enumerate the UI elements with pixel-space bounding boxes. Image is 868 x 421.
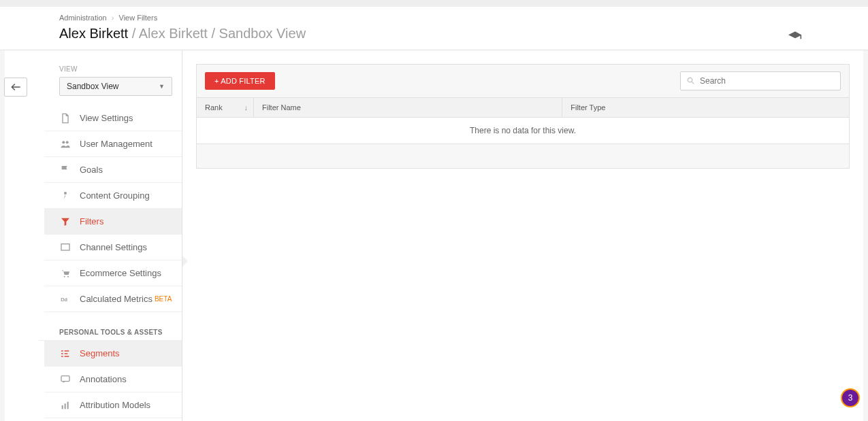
users-icon: [59, 139, 71, 150]
notification-badge[interactable]: 3: [841, 388, 860, 407]
svg-point-5: [67, 275, 69, 277]
breadcrumb-current: View Filters: [119, 14, 158, 22]
col-filter-name[interactable]: Filter Name: [254, 98, 562, 118]
nav-label: User Management: [80, 139, 152, 149]
education-icon[interactable]: [788, 31, 802, 43]
nav-item-view-settings[interactable]: View Settings: [44, 105, 182, 131]
chevron-down-icon: ▼: [159, 83, 165, 90]
nav-item-user-management[interactable]: User Management: [44, 131, 182, 157]
nav-label: Annotations: [80, 374, 127, 384]
empty-state-message: There is no data for this view.: [197, 118, 850, 144]
search-input[interactable]: [700, 76, 835, 86]
svg-point-2: [64, 192, 67, 195]
search-icon: [686, 76, 696, 86]
sidebar: VIEW Sandbox View ▼ View SettingsUser Ma…: [5, 50, 182, 421]
nav-item-ecommerce-settings[interactable]: Ecommerce Settings: [44, 260, 182, 286]
beta-tag: BETA: [155, 295, 172, 303]
svg-text:Dd: Dd: [61, 296, 67, 302]
channel-icon: [59, 242, 71, 253]
personal-tools-heading: PERSONAL TOOLS & ASSETS: [39, 312, 182, 341]
nav-item-goals[interactable]: Goals: [44, 157, 182, 183]
nav-label: Content Grouping: [80, 190, 150, 201]
tool-item-attribution-models[interactable]: Attribution Models: [44, 392, 182, 418]
svg-point-4: [64, 275, 65, 277]
nav-item-channel-settings[interactable]: Channel Settings: [44, 235, 182, 260]
nav-label: Ecommerce Settings: [80, 268, 161, 278]
breadcrumb-root[interactable]: Administration: [59, 14, 107, 22]
collapse-sidebar-button[interactable]: [4, 78, 27, 97]
svg-rect-7: [61, 375, 69, 381]
nav-label: Calculated Metrics: [80, 294, 152, 304]
svg-rect-3: [61, 243, 69, 250]
nav-label: Goals: [80, 165, 103, 175]
svg-rect-9: [65, 403, 66, 409]
tool-item-annotations[interactable]: Annotations: [44, 367, 182, 392]
view-selector[interactable]: Sandbox View ▼: [59, 77, 172, 96]
nav-item-calculated-metrics[interactable]: DdCalculated Metrics BETA: [44, 286, 182, 312]
col-filter-type[interactable]: Filter Type: [562, 98, 850, 118]
nav-label: Segments: [80, 348, 120, 358]
dd-icon: Dd: [59, 294, 71, 305]
funnel-icon: [59, 216, 71, 227]
add-filter-button[interactable]: + ADD FILTER: [205, 72, 275, 90]
col-rank[interactable]: Rank↓: [197, 98, 254, 118]
flag-icon: [59, 165, 71, 175]
nav-label: View Settings: [80, 113, 133, 123]
breadcrumb: Administration › View Filters: [59, 14, 863, 22]
nav-label: Attribution Models: [80, 400, 150, 410]
filters-table: Rank↓ Filter Name Filter Type There is n…: [196, 97, 850, 144]
nav-item-filters[interactable]: Filters: [44, 209, 182, 235]
svg-rect-8: [62, 405, 63, 409]
nav-item-content-grouping[interactable]: Content Grouping: [44, 183, 182, 209]
main-content: + ADD FILTER Rank↓ Filter Name Filter Ty…: [182, 50, 863, 421]
sort-down-icon: ↓: [244, 103, 248, 112]
cart-icon: [59, 268, 71, 279]
tool-item-segments[interactable]: Segments: [44, 341, 182, 367]
table-footer: [196, 144, 850, 169]
tool-item-custom-channel-groupings[interactable]: Custom Channel Groupings: [44, 418, 182, 421]
svg-point-1: [66, 141, 69, 144]
segments-icon: [59, 348, 71, 359]
person-path-icon: [59, 190, 71, 201]
table-toolbar: + ADD FILTER: [196, 64, 850, 97]
svg-point-0: [62, 141, 65, 144]
nav-label: Filters: [80, 216, 103, 226]
bars-icon: [59, 400, 71, 411]
annotation-icon: [59, 374, 71, 385]
page-title: Alex Birkett / Alex Birkett / Sandbox Vi…: [59, 26, 863, 41]
svg-rect-10: [67, 401, 69, 409]
file-icon: [59, 113, 71, 124]
view-section-label: VIEW: [39, 50, 182, 77]
nav-label: Channel Settings: [80, 242, 147, 252]
search-box[interactable]: [680, 71, 841, 90]
